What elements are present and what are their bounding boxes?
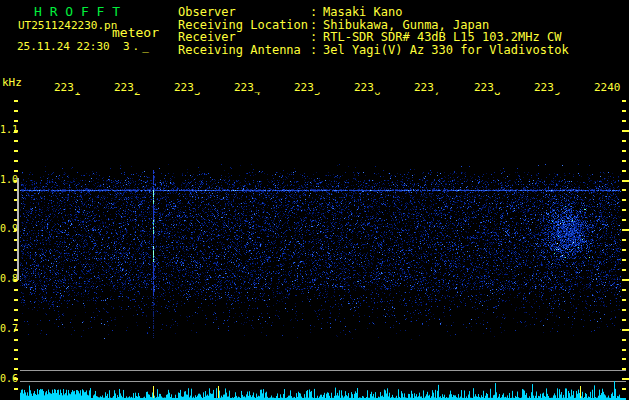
axis-tick xyxy=(14,368,18,370)
axis-tick xyxy=(622,120,626,122)
hrofft-window: H R O F F T UT2511242230.pn meteor 25.11… xyxy=(0,0,629,400)
axis-tick xyxy=(14,319,18,321)
axis-tick xyxy=(622,319,626,321)
frame-counter: 3._ xyxy=(123,40,152,53)
axis-tick xyxy=(14,349,18,351)
axis-tick xyxy=(622,339,626,341)
axis-tick xyxy=(14,110,18,112)
time-label: 2238 xyxy=(474,82,501,94)
time-label: 2240 xyxy=(594,82,621,94)
axis-tick xyxy=(622,309,626,311)
axis-tick xyxy=(622,209,626,211)
axis-tick xyxy=(622,239,626,241)
axis-tick xyxy=(14,299,18,301)
axis-tick xyxy=(622,140,626,142)
axis-tick xyxy=(622,349,626,351)
axis-tick xyxy=(622,269,626,271)
observation-datetime: 25.11.24 22:30 xyxy=(17,40,110,53)
axis-tick xyxy=(622,219,626,221)
axis-tick xyxy=(14,140,18,142)
axis-tick xyxy=(622,110,626,112)
observer-label: Observer xyxy=(178,6,310,19)
receiving-antenna-row: Receiving Antenna : 3el Yagi(V) Az 330 f… xyxy=(178,44,569,57)
axis-tick xyxy=(622,249,626,251)
axis-tick xyxy=(14,289,18,291)
time-label: 2232 xyxy=(114,82,141,94)
axis-tick xyxy=(622,199,626,201)
axis-tick xyxy=(14,120,18,122)
axis-tick xyxy=(14,160,18,162)
receiving-antenna-value: 3el Yagi(V) Az 330 for Vladivostok xyxy=(323,44,569,57)
separator: : xyxy=(310,44,323,57)
axis-tick xyxy=(14,329,18,331)
axis-tick xyxy=(14,388,18,390)
y-axis-unit-label: kHz xyxy=(2,76,22,89)
axis-tick xyxy=(14,358,18,360)
axis-tick xyxy=(622,229,629,231)
axis-tick xyxy=(14,100,18,102)
axis-tick xyxy=(622,279,629,281)
axis-tick xyxy=(14,150,18,152)
axis-tick xyxy=(622,170,626,172)
axis-tick xyxy=(622,289,626,291)
axis-tick xyxy=(14,378,18,380)
time-label: 2237 xyxy=(414,82,441,94)
axis-tick xyxy=(622,130,629,132)
receiver-value: RTL-SDR SDR# 43dB L15 103.2MHz CW xyxy=(323,31,561,44)
station-name: meteor xyxy=(112,25,159,40)
station-info-block: Observer : Masaki Kano Receiving Locatio… xyxy=(178,6,569,56)
axis-tick xyxy=(622,100,626,102)
receiver-label: Receiver xyxy=(178,31,310,44)
observer-row: Observer : Masaki Kano xyxy=(178,6,569,19)
axis-tick xyxy=(14,170,18,172)
signal-range-marker xyxy=(17,178,19,280)
time-label: 2234 xyxy=(234,82,261,94)
separator: : xyxy=(310,31,323,44)
receiver-row: Receiver : RTL-SDR SDR# 43dB L15 103.2MH… xyxy=(178,31,569,44)
noise-level-canvas xyxy=(20,360,629,400)
axis-tick xyxy=(622,189,626,191)
axis-tick xyxy=(622,150,626,152)
axis-tick xyxy=(622,259,626,261)
capture-filename: UT2511242230.pn xyxy=(18,19,117,32)
receiving-antenna-label: Receiving Antenna xyxy=(178,44,310,57)
axis-tick xyxy=(622,180,629,182)
time-label: 2239 xyxy=(534,82,561,94)
axis-tick xyxy=(622,329,629,331)
time-label: 2236 xyxy=(354,82,381,94)
axis-tick xyxy=(622,299,626,301)
time-label: 2231 xyxy=(54,82,81,94)
observer-value: Masaki Kano xyxy=(323,6,402,19)
time-label: 2233 xyxy=(174,82,201,94)
separator: : xyxy=(310,6,323,19)
axis-tick xyxy=(14,309,18,311)
spectrogram-canvas xyxy=(20,164,621,340)
axis-tick xyxy=(622,160,626,162)
axis-tick xyxy=(14,339,18,341)
app-title: H R O F F T xyxy=(34,4,120,19)
axis-tick xyxy=(14,130,18,132)
time-label: 2235 xyxy=(294,82,321,94)
